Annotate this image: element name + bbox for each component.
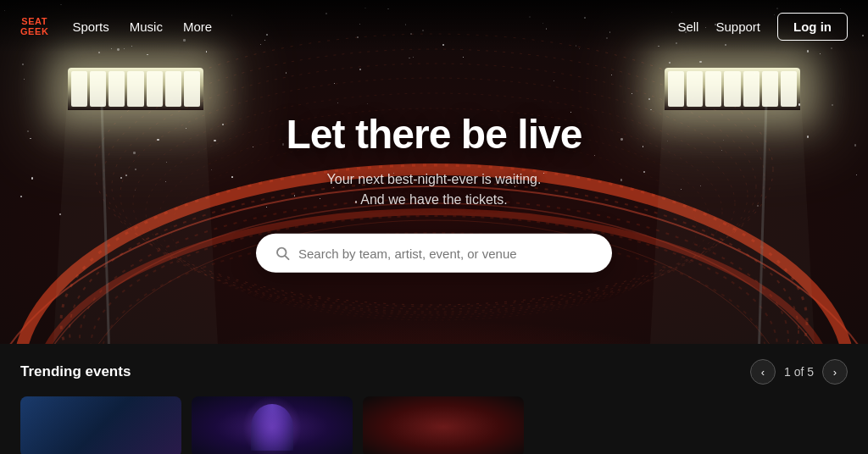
search-bar[interactable]	[256, 234, 612, 273]
logo-text-line1: SEAT	[21, 16, 47, 26]
search-input[interactable]	[298, 246, 593, 260]
nav-right: Sell Support Log in	[677, 13, 848, 41]
hero-content: Let there be live Your next best-night-e…	[180, 111, 688, 273]
nav-sell-link[interactable]: Sell	[677, 19, 698, 34]
hero-subtitle-line1: Your next best-night-ever is waiting.	[327, 172, 542, 186]
card2-glow	[242, 396, 302, 454]
hero-subtitle-line2: And we have the tickets.	[360, 192, 507, 207]
event-card-1[interactable]	[20, 396, 181, 454]
nav-links: Sports Music More	[72, 19, 677, 34]
navbar: SEAT GEEK Sports Music More Sell Support…	[0, 0, 868, 53]
card2-performer	[251, 404, 293, 451]
nav-link-more[interactable]: More	[183, 19, 212, 34]
svg-line-24	[285, 256, 288, 259]
nav-support-link[interactable]: Support	[715, 19, 760, 34]
logo-text-line2: GEEK	[20, 26, 48, 36]
nav-link-sports[interactable]: Sports	[72, 19, 108, 34]
login-button[interactable]: Log in	[777, 13, 848, 41]
logo[interactable]: SEAT GEEK	[20, 16, 48, 36]
nav-link-music[interactable]: Music	[130, 19, 163, 34]
hero-section: Let there be live Your next best-night-e…	[0, 0, 868, 390]
hero-title: Let there be live	[180, 111, 688, 158]
hero-subtitle: Your next best-night-ever is waiting. An…	[180, 169, 688, 210]
event-card-3[interactable]	[363, 396, 524, 454]
search-icon	[275, 246, 290, 261]
event-cards	[20, 396, 848, 454]
event-card-2[interactable]	[192, 396, 353, 454]
